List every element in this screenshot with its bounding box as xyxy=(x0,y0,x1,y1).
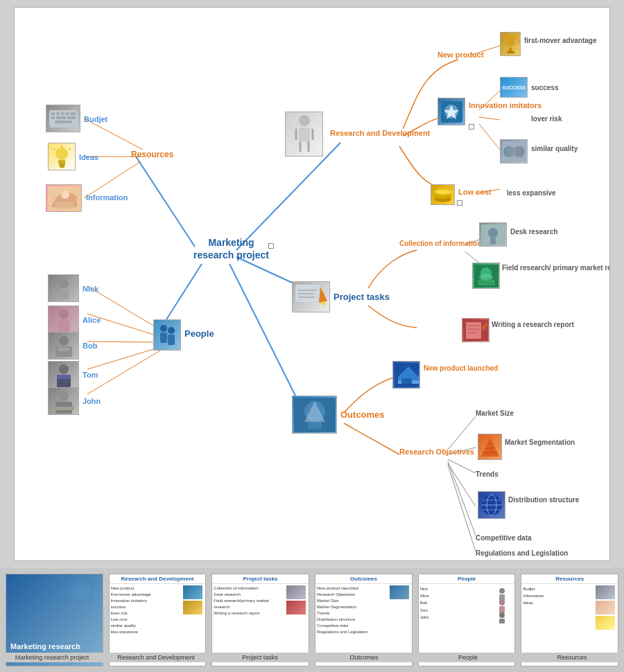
svg-rect-57 xyxy=(478,280,495,285)
svg-line-7 xyxy=(479,117,500,120)
low-cost-checkbox[interactable] xyxy=(457,200,462,206)
launch-img xyxy=(392,361,420,389)
svg-point-86 xyxy=(59,278,69,288)
svg-rect-87 xyxy=(59,289,69,299)
alice-label: Alice xyxy=(83,316,101,324)
svg-point-92 xyxy=(59,364,69,374)
svg-point-84 xyxy=(168,327,175,334)
john-img xyxy=(48,387,79,415)
innovation-checkbox[interactable] xyxy=(469,124,474,130)
information-label: Information xyxy=(86,193,128,202)
svg-rect-60 xyxy=(466,322,481,339)
thumb-label-main: Marketing research project xyxy=(0,653,104,662)
thumb-label-out: Outcomes xyxy=(312,653,416,662)
tom-label: Tom xyxy=(83,371,98,379)
svg-rect-91 xyxy=(58,348,69,351)
svg-rect-68 xyxy=(308,422,322,429)
pyramid-img xyxy=(478,434,502,460)
alice-img xyxy=(48,306,79,333)
market-segmentation-label: Market Segmentation xyxy=(505,439,575,446)
svg-point-115 xyxy=(61,191,69,199)
project-tasks-label: Project tasks xyxy=(333,292,390,302)
svg-rect-85 xyxy=(168,335,175,345)
first-mover-label: first-mover advantage xyxy=(524,37,596,44)
svg-rect-102 xyxy=(66,112,69,115)
thumb-outcomes-header: Outcomes xyxy=(315,574,412,584)
svg-point-95 xyxy=(59,391,69,401)
svg-point-27 xyxy=(299,115,310,126)
svg-rect-116 xyxy=(55,202,73,209)
svg-rect-124 xyxy=(499,619,505,624)
hand-img xyxy=(46,184,82,212)
research-dev-label: Research and Development xyxy=(330,129,430,137)
thumb-label-pt: Project tasks xyxy=(208,653,312,662)
svg-line-23 xyxy=(87,351,160,394)
svg-rect-112 xyxy=(59,163,65,166)
svg-rect-72 xyxy=(401,378,412,384)
svg-rect-105 xyxy=(56,116,66,119)
thumb-people-header: People xyxy=(419,574,515,584)
svg-point-118 xyxy=(73,583,90,600)
svg-point-119 xyxy=(499,588,505,594)
market-size-label: Market Size xyxy=(476,409,514,417)
success-label: success xyxy=(531,84,558,91)
budjet-label: Budjet xyxy=(84,115,107,123)
svg-line-4 xyxy=(136,157,195,247)
svg-line-16 xyxy=(448,463,476,506)
thumb-label-rd: Research and Development xyxy=(104,653,208,662)
distribution-label: Distribution structure xyxy=(508,496,579,504)
svg-line-12 xyxy=(344,423,399,454)
pencil-img xyxy=(292,281,330,312)
globe-img xyxy=(478,491,505,519)
svg-marker-73 xyxy=(481,437,499,457)
less-expansive-label: less expansive xyxy=(507,189,556,197)
desk-research-label: Desk research xyxy=(510,228,557,236)
svg-rect-100 xyxy=(56,112,60,115)
svg-rect-97 xyxy=(53,407,74,410)
coins-img xyxy=(431,184,455,205)
svg-point-121 xyxy=(499,600,505,605)
trends-label: Trends xyxy=(476,470,499,478)
svg-point-53 xyxy=(488,228,498,238)
thumb-labels-row: Marketing research project Research and … xyxy=(0,653,624,662)
svg-line-0 xyxy=(236,143,340,250)
svg-point-58 xyxy=(479,274,493,281)
lover-risk-label: lover risk xyxy=(531,115,562,123)
svg-line-17 xyxy=(448,461,476,536)
svg-line-110 xyxy=(69,148,71,150)
svg-line-13 xyxy=(448,416,476,450)
thumb-project-tasks-header: Project tasks xyxy=(212,574,309,584)
writing-report-label: Writing a research report xyxy=(492,321,574,328)
outcomes-img xyxy=(292,396,337,434)
john-label: John xyxy=(83,397,101,405)
svg-line-21 xyxy=(87,342,160,342)
ideas-label: Ideas xyxy=(79,153,98,161)
thumb-research-dev-header: Research and Development xyxy=(110,574,206,584)
svg-rect-101 xyxy=(61,112,64,115)
regulations-label: Regulations and Legislation xyxy=(476,549,568,557)
svg-line-22 xyxy=(87,347,160,369)
svg-point-45 xyxy=(435,190,451,194)
svg-rect-34 xyxy=(507,51,514,53)
svg-point-89 xyxy=(59,336,69,346)
svg-rect-122 xyxy=(499,606,505,613)
center-node: Marketing research project xyxy=(191,236,271,261)
svg-rect-83 xyxy=(160,333,167,343)
thumb-resources-header: Resources xyxy=(521,574,618,584)
similar-quality-img xyxy=(500,139,528,163)
svg-rect-103 xyxy=(71,112,76,115)
innovation-img xyxy=(437,98,465,125)
svg-point-108 xyxy=(55,148,68,160)
nick-label: Nick xyxy=(83,285,98,293)
svg-rect-104 xyxy=(51,116,55,119)
outcomes-label: Outcomes xyxy=(340,409,385,420)
svg-line-111 xyxy=(53,148,55,150)
bob-label: Bob xyxy=(83,342,97,350)
thumb-label-res: Resources xyxy=(520,653,624,662)
tom-img xyxy=(48,361,79,389)
svg-rect-28 xyxy=(299,127,310,141)
competitive-label: Competitive data xyxy=(476,534,532,542)
field-research-label: Field research/ primary market research xyxy=(502,264,609,272)
writing-img xyxy=(462,318,489,342)
new-product-launched-label: New product launched xyxy=(424,364,498,372)
